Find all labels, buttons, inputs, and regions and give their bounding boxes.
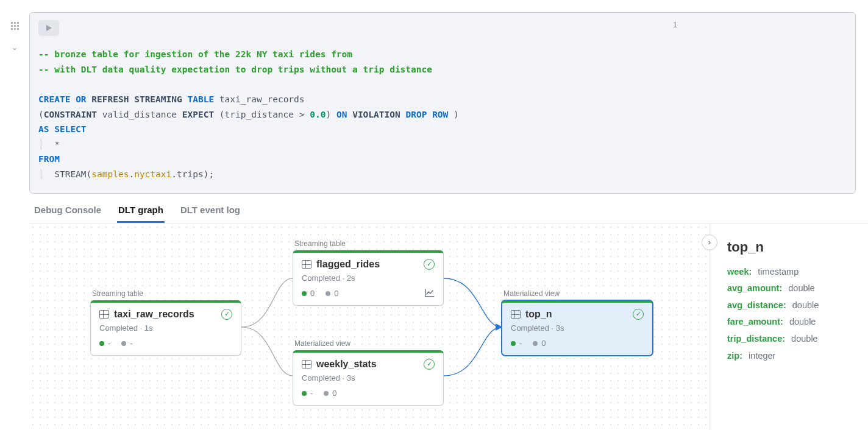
check-icon: ✓ [424, 359, 435, 370]
node-kind-label: Materialized view [503, 289, 560, 298]
table-icon [302, 260, 311, 269]
collapse-panel-button[interactable]: › [702, 234, 717, 250]
schema-row: week: timestamp [727, 264, 862, 281]
check-icon: ✓ [424, 259, 435, 270]
graph-node-taxi-raw-records[interactable]: Streaming table taxi_raw_records ✓ Compl… [90, 300, 241, 356]
node-title: weekly_stats [316, 359, 419, 370]
bottom-tabs: Debug Console DLT graph DLT event log [29, 194, 868, 224]
schema-row: trip_distance: double [727, 331, 862, 348]
graph-node-flagged-rides[interactable]: Streaming table flagged_rides ✓ Complete… [293, 250, 444, 306]
dlt-graph-canvas[interactable]: Streaming table taxi_raw_records ✓ Compl… [29, 224, 710, 430]
node-title: flagged_rides [316, 259, 419, 270]
node-detail-panel: › top_n week: timestampavg_amount: doubl… [710, 224, 868, 430]
node-status: Completed · 3s [302, 373, 435, 382]
node-title: taxi_raw_records [114, 309, 216, 320]
cell-gutter: ⌄ [0, 0, 29, 430]
node-status: Completed · 3s [511, 323, 644, 333]
schema-row: avg_distance: double [727, 297, 862, 314]
schema-row: zip: integer [727, 348, 862, 365]
sql-code[interactable]: -- bronze table for ingestion of the 22k… [38, 47, 847, 182]
chevron-down-icon[interactable]: ⌄ [12, 43, 18, 52]
chart-icon[interactable] [425, 289, 435, 297]
graph-node-weekly-stats[interactable]: Materialized view weekly_stats ✓ Complet… [293, 350, 444, 406]
table-icon [511, 310, 521, 319]
graph-node-top-n[interactable]: Materialized view top_n ✓ Completed · 3s… [502, 300, 653, 356]
node-kind-label: Streaming table [294, 239, 346, 248]
tab-dlt-event-log[interactable]: DLT event log [179, 205, 241, 223]
cell-number: 1 [673, 20, 677, 29]
node-title: top_n [525, 309, 628, 320]
node-metrics: 0 0 [302, 289, 435, 298]
node-metrics: - 0 [302, 389, 435, 398]
node-metrics: - 0 [511, 339, 644, 348]
run-cell-button[interactable] [38, 20, 59, 36]
node-status: Completed · 2s [302, 273, 435, 283]
node-kind-label: Materialized view [294, 339, 350, 348]
node-status: Completed · 1s [99, 323, 232, 333]
tab-dlt-graph[interactable]: DLT graph [117, 205, 165, 223]
table-icon [302, 360, 311, 368]
schema-row: avg_amount: double [727, 280, 862, 297]
panel-title: top_n [727, 239, 862, 255]
tab-debug-console[interactable]: Debug Console [33, 205, 102, 223]
node-metrics: - - [99, 339, 232, 348]
schema-list: week: timestampavg_amount: doubleavg_dis… [727, 264, 862, 364]
check-icon: ✓ [221, 309, 232, 320]
node-kind-label: Streaming table [92, 289, 143, 298]
schema-row: fare_amount: double [727, 314, 862, 331]
check-icon: ✓ [633, 309, 644, 320]
table-icon [99, 310, 109, 319]
drag-handle-icon[interactable] [11, 22, 19, 30]
code-cell: 1 -- bronze table for ingestion of the 2… [29, 12, 856, 194]
